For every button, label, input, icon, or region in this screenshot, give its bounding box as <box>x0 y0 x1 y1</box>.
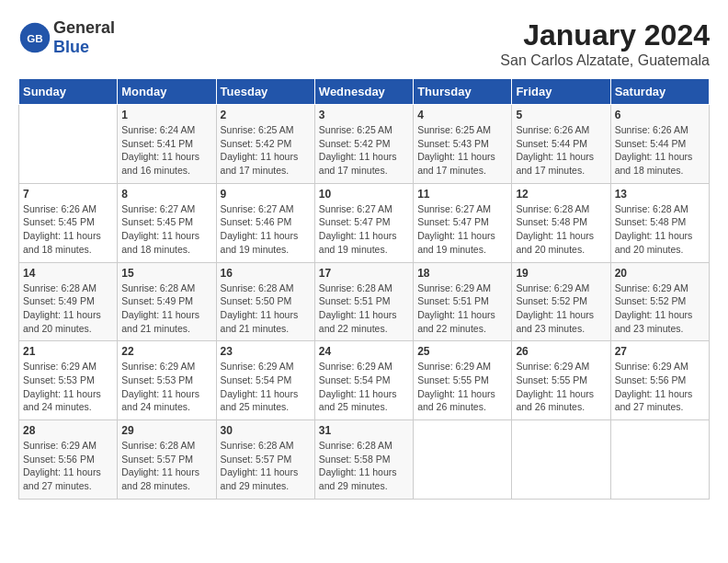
day-info: Sunrise: 6:28 AM Sunset: 5:57 PM Dayligh… <box>121 439 211 493</box>
day-number: 2 <box>221 109 311 121</box>
day-number: 26 <box>516 345 606 358</box>
day-info: Sunrise: 6:29 AM Sunset: 5:51 PM Dayligh… <box>417 282 507 336</box>
day-info: Sunrise: 6:29 AM Sunset: 5:56 PM Dayligh… <box>615 360 705 414</box>
header-saturday: Saturday <box>610 79 709 105</box>
day-info: Sunrise: 6:28 AM Sunset: 5:50 PM Dayligh… <box>221 282 311 336</box>
day-info: Sunrise: 6:28 AM Sunset: 5:58 PM Dayligh… <box>319 439 409 493</box>
calendar-cell <box>414 420 512 500</box>
calendar-cell: 31Sunrise: 6:28 AM Sunset: 5:58 PM Dayli… <box>314 420 413 500</box>
day-info: Sunrise: 6:28 AM Sunset: 5:49 PM Dayligh… <box>121 282 211 336</box>
title-block: January 2024 San Carlos Alzatate, Guatem… <box>500 18 710 69</box>
calendar-cell: 5Sunrise: 6:26 AM Sunset: 5:44 PM Daylig… <box>512 105 610 184</box>
calendar-cell: 10Sunrise: 6:27 AM Sunset: 5:47 PM Dayli… <box>314 183 413 262</box>
day-number: 17 <box>319 267 409 280</box>
day-info: Sunrise: 6:28 AM Sunset: 5:51 PM Dayligh… <box>319 282 409 336</box>
calendar-week-row: 21Sunrise: 6:29 AM Sunset: 5:53 PM Dayli… <box>19 341 710 420</box>
calendar-cell: 29Sunrise: 6:28 AM Sunset: 5:57 PM Dayli… <box>118 420 216 500</box>
calendar-cell: 11Sunrise: 6:27 AM Sunset: 5:47 PM Dayli… <box>414 183 512 262</box>
day-number: 3 <box>319 109 409 121</box>
day-number: 25 <box>417 345 507 358</box>
day-info: Sunrise: 6:25 AM Sunset: 5:42 PM Dayligh… <box>319 123 409 178</box>
day-number: 29 <box>121 424 211 437</box>
day-number: 5 <box>516 109 606 121</box>
day-info: Sunrise: 6:27 AM Sunset: 5:47 PM Dayligh… <box>319 202 409 257</box>
day-number: 20 <box>615 267 705 280</box>
logo-blue-text: Blue <box>53 38 89 56</box>
day-number: 28 <box>23 424 113 437</box>
day-number: 30 <box>221 424 311 437</box>
calendar-cell: 22Sunrise: 6:29 AM Sunset: 5:53 PM Dayli… <box>118 341 216 420</box>
day-info: Sunrise: 6:25 AM Sunset: 5:42 PM Dayligh… <box>221 123 311 178</box>
calendar-cell: 17Sunrise: 6:28 AM Sunset: 5:51 PM Dayli… <box>314 262 413 341</box>
calendar-week-row: 1Sunrise: 6:24 AM Sunset: 5:41 PM Daylig… <box>19 105 710 184</box>
header-monday: Monday <box>118 79 216 105</box>
day-number: 12 <box>516 188 606 201</box>
calendar-cell: 16Sunrise: 6:28 AM Sunset: 5:50 PM Dayli… <box>216 262 314 341</box>
day-number: 19 <box>516 267 606 280</box>
calendar-header-row: SundayMondayTuesdayWednesdayThursdayFrid… <box>19 79 710 105</box>
day-number: 10 <box>319 188 409 201</box>
calendar-cell: 12Sunrise: 6:28 AM Sunset: 5:48 PM Dayli… <box>512 183 610 262</box>
calendar-cell: 2Sunrise: 6:25 AM Sunset: 5:42 PM Daylig… <box>216 105 314 184</box>
day-number: 31 <box>319 424 409 437</box>
header-wednesday: Wednesday <box>314 79 413 105</box>
day-info: Sunrise: 6:29 AM Sunset: 5:56 PM Dayligh… <box>23 439 113 493</box>
day-number: 21 <box>23 345 113 358</box>
calendar-cell: 25Sunrise: 6:29 AM Sunset: 5:55 PM Dayli… <box>414 341 512 420</box>
calendar-cell: 28Sunrise: 6:29 AM Sunset: 5:56 PM Dayli… <box>19 420 118 500</box>
day-info: Sunrise: 6:29 AM Sunset: 5:55 PM Dayligh… <box>417 360 507 414</box>
header-thursday: Thursday <box>414 79 512 105</box>
day-info: Sunrise: 6:28 AM Sunset: 5:48 PM Dayligh… <box>516 202 606 257</box>
day-info: Sunrise: 6:27 AM Sunset: 5:47 PM Dayligh… <box>417 202 507 257</box>
calendar-cell: 21Sunrise: 6:29 AM Sunset: 5:53 PM Dayli… <box>19 341 118 420</box>
day-number: 23 <box>221 345 311 358</box>
day-info: Sunrise: 6:26 AM Sunset: 5:44 PM Dayligh… <box>516 123 606 178</box>
day-number: 16 <box>221 267 311 280</box>
calendar-cell: 15Sunrise: 6:28 AM Sunset: 5:49 PM Dayli… <box>118 262 216 341</box>
day-number: 4 <box>417 109 507 121</box>
day-number: 11 <box>417 188 507 201</box>
day-number: 27 <box>615 345 705 358</box>
calendar-week-row: 7Sunrise: 6:26 AM Sunset: 5:45 PM Daylig… <box>19 183 710 262</box>
day-info: Sunrise: 6:26 AM Sunset: 5:44 PM Dayligh… <box>615 123 705 178</box>
calendar-cell: 27Sunrise: 6:29 AM Sunset: 5:56 PM Dayli… <box>610 341 709 420</box>
day-info: Sunrise: 6:26 AM Sunset: 5:45 PM Dayligh… <box>23 202 113 257</box>
calendar-cell: 1Sunrise: 6:24 AM Sunset: 5:41 PM Daylig… <box>118 105 216 184</box>
calendar-cell: 13Sunrise: 6:28 AM Sunset: 5:48 PM Dayli… <box>610 183 709 262</box>
calendar-cell: 4Sunrise: 6:25 AM Sunset: 5:43 PM Daylig… <box>414 105 512 184</box>
day-number: 1 <box>121 109 211 121</box>
calendar-cell: 3Sunrise: 6:25 AM Sunset: 5:42 PM Daylig… <box>314 105 413 184</box>
calendar-cell: 14Sunrise: 6:28 AM Sunset: 5:49 PM Dayli… <box>19 262 118 341</box>
day-info: Sunrise: 6:29 AM Sunset: 5:53 PM Dayligh… <box>121 360 211 414</box>
day-info: Sunrise: 6:29 AM Sunset: 5:55 PM Dayligh… <box>516 360 606 414</box>
svg-text:GB: GB <box>27 32 43 44</box>
calendar-cell <box>19 105 118 184</box>
logo-general-text: General <box>53 18 115 37</box>
day-info: Sunrise: 6:28 AM Sunset: 5:49 PM Dayligh… <box>23 282 113 336</box>
day-info: Sunrise: 6:29 AM Sunset: 5:54 PM Dayligh… <box>221 360 311 414</box>
day-number: 24 <box>319 345 409 358</box>
day-info: Sunrise: 6:29 AM Sunset: 5:52 PM Dayligh… <box>615 282 705 336</box>
calendar-week-row: 28Sunrise: 6:29 AM Sunset: 5:56 PM Dayli… <box>19 420 710 500</box>
day-info: Sunrise: 6:28 AM Sunset: 5:57 PM Dayligh… <box>221 439 311 493</box>
calendar-week-row: 14Sunrise: 6:28 AM Sunset: 5:49 PM Dayli… <box>19 262 710 341</box>
day-number: 15 <box>121 267 211 280</box>
day-info: Sunrise: 6:25 AM Sunset: 5:43 PM Dayligh… <box>417 123 507 178</box>
calendar-title: January 2024 <box>500 18 710 52</box>
calendar-cell: 9Sunrise: 6:27 AM Sunset: 5:46 PM Daylig… <box>216 183 314 262</box>
day-number: 8 <box>121 188 211 201</box>
logo-icon: GB <box>18 21 51 54</box>
calendar-cell: 30Sunrise: 6:28 AM Sunset: 5:57 PM Dayli… <box>216 420 314 500</box>
header-tuesday: Tuesday <box>216 79 314 105</box>
logo: GB General Blue <box>18 18 115 57</box>
day-number: 7 <box>23 188 113 201</box>
header-sunday: Sunday <box>19 79 118 105</box>
day-number: 9 <box>221 188 311 201</box>
calendar-cell <box>610 420 709 500</box>
day-number: 18 <box>417 267 507 280</box>
calendar-cell: 26Sunrise: 6:29 AM Sunset: 5:55 PM Dayli… <box>512 341 610 420</box>
day-info: Sunrise: 6:27 AM Sunset: 5:45 PM Dayligh… <box>121 202 211 257</box>
day-info: Sunrise: 6:29 AM Sunset: 5:53 PM Dayligh… <box>23 360 113 414</box>
calendar-cell <box>512 420 610 500</box>
calendar-cell: 7Sunrise: 6:26 AM Sunset: 5:45 PM Daylig… <box>19 183 118 262</box>
